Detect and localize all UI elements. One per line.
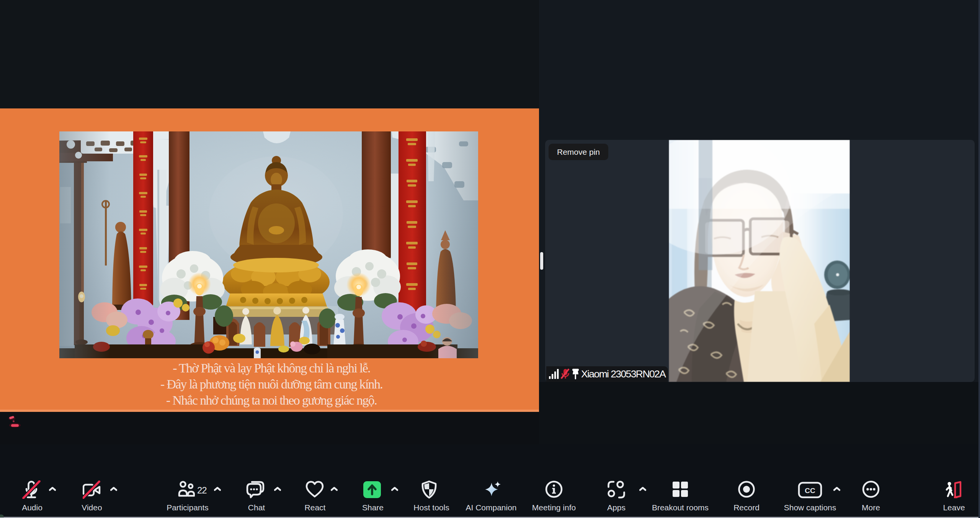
svg-text:CC: CC xyxy=(805,487,815,495)
